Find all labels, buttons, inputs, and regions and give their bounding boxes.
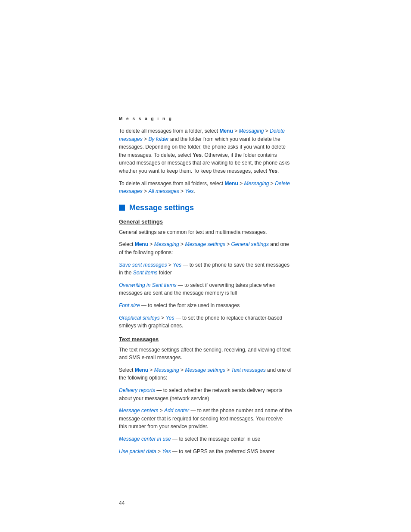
option-overwriting: Overwriting in Sent items — to select if… (119, 281, 292, 297)
page-number: 44 (119, 500, 125, 506)
text-messages-link: Text messages (231, 367, 266, 373)
font-size-link: Font size (119, 302, 140, 308)
yes-link-gs2: Yes (165, 315, 174, 321)
intro-paragraph-2: To delete all messages from all folders,… (119, 180, 292, 196)
text-messages-select: Select Menu > Messaging > Message settin… (119, 366, 292, 382)
option-save-sent: Save sent messages > Yes — to set the ph… (119, 261, 292, 277)
messaging-link-tm: Messaging (154, 367, 179, 373)
text-messages-heading: Text messages (119, 336, 292, 342)
option-message-center-in-use: Message center in use — to select the me… (119, 435, 292, 443)
option-message-centers: Message centers > Add center — to set th… (119, 407, 292, 431)
text-messages-intro: The text message settings affect the sen… (119, 346, 292, 362)
menu-link-gs: Menu (135, 241, 148, 247)
message-center-in-use-link: Message center in use (119, 436, 171, 442)
intro-paragraph-1: To delete all messages from a folder, se… (119, 127, 292, 175)
menu-link-1: Menu (219, 128, 233, 134)
delivery-reports-link: Delivery reports (119, 387, 155, 393)
yes-bold-2: Yes (268, 168, 277, 174)
yes-link-tm: Yes (162, 448, 171, 454)
messaging-link-2: Messaging (244, 180, 269, 187)
general-settings-section: General settings General settings are co… (119, 218, 292, 330)
general-settings-intro: General settings are common for text and… (119, 228, 292, 236)
general-settings-link: General settings (231, 241, 269, 247)
general-settings-heading: General settings (119, 218, 292, 225)
section-label: M e s s a g i n g (119, 116, 292, 121)
yes-bold-1: Yes (193, 152, 202, 158)
text-messages-section: Text messages The text message settings … (119, 336, 292, 456)
messaging-link-gs: Messaging (154, 241, 179, 247)
option-smileys: Graphical smileys > Yes — to set the pho… (119, 314, 292, 330)
yes-link-gs1: Yes (173, 262, 181, 268)
option-font-size: Font size — to select the font size used… (119, 302, 292, 310)
save-sent-messages-link: Save sent messages (119, 262, 167, 268)
by-folder-link: By folder (148, 136, 168, 142)
message-centers-link: Message centers (119, 408, 158, 414)
heading-square-icon (119, 205, 125, 211)
use-packet-data-link: Use packet data (119, 448, 156, 454)
option-use-packet-data: Use packet data > Yes — to set GPRS as t… (119, 448, 292, 456)
messaging-link-1: Messaging (239, 128, 264, 134)
yes-link: Yes (185, 188, 193, 194)
main-heading-text: Message settings (129, 203, 194, 212)
main-section-heading: Message settings (119, 203, 292, 212)
overwriting-link: Overwriting in Sent items (119, 282, 176, 288)
content-area: M e s s a g i n g To delete all messages… (0, 0, 411, 503)
general-settings-select: Select Menu > Messaging > Message settin… (119, 240, 292, 256)
sent-items-link: Sent items (133, 270, 158, 276)
menu-link-2: Menu (224, 180, 238, 187)
page: M e s s a g i n g To delete all messages… (0, 0, 411, 532)
menu-link-tm: Menu (135, 367, 148, 373)
message-settings-link-tm: Message settings (185, 367, 225, 373)
message-settings-link-gs: Message settings (185, 241, 225, 247)
graphical-smileys-link: Graphical smileys (119, 315, 160, 321)
option-delivery-reports: Delivery reports — to select whether the… (119, 386, 292, 402)
all-messages-link: All messages (148, 188, 179, 194)
add-center-link: Add center (164, 408, 189, 414)
